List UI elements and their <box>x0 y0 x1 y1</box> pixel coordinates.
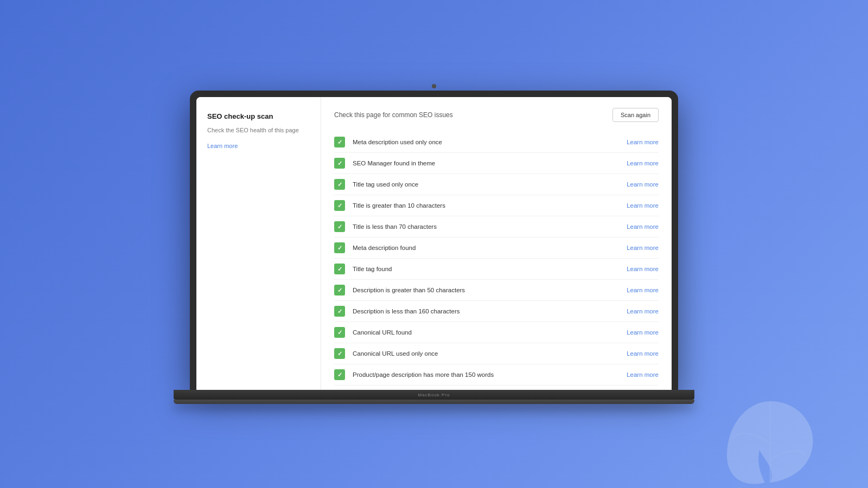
check-item-learn-more-link[interactable]: Learn more <box>627 139 659 145</box>
check-pass-icon <box>334 137 345 147</box>
laptop-screen: SEO check-up scan Check the SEO health o… <box>190 91 678 390</box>
scan-again-button[interactable]: Scan again <box>612 108 659 122</box>
check-item-label: Product/page description has more than 1… <box>353 371 627 378</box>
check-item: Meta description foundLearn more <box>334 237 659 259</box>
check-pass-icon <box>334 327 345 338</box>
check-item-label: SEO Manager found in theme <box>353 160 627 166</box>
check-pass-icon <box>334 285 345 296</box>
check-item: Meta description used only onceLearn mor… <box>334 132 659 153</box>
check-item-learn-more-link[interactable]: Learn more <box>627 202 659 209</box>
sidebar-title: SEO check-up scan <box>207 112 310 120</box>
check-pass-icon <box>334 348 345 359</box>
check-item-learn-more-link[interactable]: Learn more <box>627 287 659 293</box>
check-item: Description is greater than 50 character… <box>334 280 659 301</box>
check-item-label: Canonical URL found <box>353 329 627 336</box>
check-item: Title is less than 70 charactersLearn mo… <box>334 216 659 237</box>
sidebar: SEO check-up scan Check the SEO health o… <box>196 97 321 390</box>
check-item-learn-more-link[interactable]: Learn more <box>627 329 659 336</box>
laptop-base: MacBook Pro <box>174 390 694 400</box>
check-item-learn-more-link[interactable]: Learn more <box>627 160 659 166</box>
check-pass-icon <box>334 221 345 232</box>
laptop-model-label: MacBook Pro <box>418 393 450 397</box>
check-item: Title tag foundLearn more <box>334 259 659 280</box>
check-item: Google Analytics installedLearn more <box>334 386 659 390</box>
check-item: Description is less than 160 charactersL… <box>334 301 659 322</box>
check-item: Canonical URL used only onceLearn more <box>334 343 659 364</box>
check-item-learn-more-link[interactable]: Learn more <box>627 223 659 230</box>
main-header: Check this page for common SEO issues Sc… <box>334 108 659 122</box>
camera-notch <box>432 84 436 88</box>
main-header-title: Check this page for common SEO issues <box>334 111 453 119</box>
check-item-label: Meta description found <box>353 245 627 251</box>
check-item-label: Meta description used only once <box>353 139 627 145</box>
check-item: Title tag used only onceLearn more <box>334 174 659 195</box>
sidebar-learn-more-link[interactable]: Learn more <box>207 143 238 149</box>
check-item-learn-more-link[interactable]: Learn more <box>627 371 659 378</box>
check-item-label: Description is greater than 50 character… <box>353 287 627 293</box>
check-item: Canonical URL foundLearn more <box>334 322 659 343</box>
check-item-label: Title is less than 70 characters <box>353 223 627 230</box>
check-pass-icon <box>334 200 345 211</box>
check-item-learn-more-link[interactable]: Learn more <box>627 266 659 272</box>
check-item: Title is greater than 10 charactersLearn… <box>334 195 659 216</box>
check-pass-icon <box>334 306 345 317</box>
check-pass-icon <box>334 369 345 380</box>
check-item: SEO Manager found in themeLearn more <box>334 153 659 174</box>
screen-inner: SEO check-up scan Check the SEO health o… <box>196 97 672 390</box>
check-pass-icon <box>334 158 345 169</box>
check-item-label: Canonical URL used only once <box>353 350 627 357</box>
check-item-learn-more-link[interactable]: Learn more <box>627 350 659 357</box>
check-item-learn-more-link[interactable]: Learn more <box>627 245 659 251</box>
check-item-label: Title tag used only once <box>353 181 627 188</box>
main-content: Check this page for common SEO issues Sc… <box>321 97 672 390</box>
check-item-label: Description is less than 160 characters <box>353 308 627 314</box>
laptop-stand <box>174 400 694 404</box>
check-item: Product/page description has more than 1… <box>334 364 659 386</box>
sidebar-description: Check the SEO health of this page <box>207 126 310 135</box>
check-list: Meta description used only onceLearn mor… <box>334 132 659 390</box>
check-pass-icon <box>334 242 345 253</box>
background-leaf-icon <box>716 390 825 488</box>
check-item-label: Title is greater than 10 characters <box>353 202 627 209</box>
check-item-learn-more-link[interactable]: Learn more <box>627 308 659 314</box>
check-pass-icon <box>334 179 345 190</box>
check-item-label: Title tag found <box>353 266 627 272</box>
check-pass-icon <box>334 264 345 274</box>
laptop-wrapper: SEO check-up scan Check the SEO health o… <box>190 84 678 404</box>
check-item-learn-more-link[interactable]: Learn more <box>627 181 659 188</box>
